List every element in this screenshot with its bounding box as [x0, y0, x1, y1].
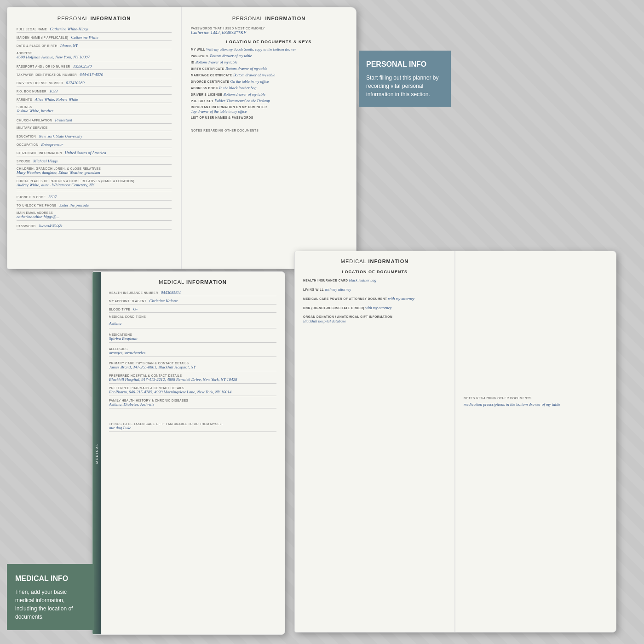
pharmacy-field: PREFERRED PHARMACY & CONTACT DETAILS Eco… — [109, 386, 276, 396]
family-health-value: Asthma, Diabetes, Arthritis — [109, 402, 276, 407]
address-value: 4598 Hoffman Avenue, New York, NY 10007 — [17, 55, 90, 59]
maiden-name-field: MAIDEN NAME (IF APPLICABLE) Catherine Wh… — [17, 35, 172, 41]
children-label: CHILDREN, GRANDCHILDREN, & CLOSE RELATIV… — [17, 167, 172, 170]
divorce-cert-doc: DIVORCE CERTIFICATE On the table in my o… — [191, 79, 347, 84]
dob-field: DATE & PLACE OF BIRTH Ithaca, NY — [17, 43, 172, 49]
church-label: CHURCH AFFILIATION — [17, 119, 52, 122]
spouse-value: Michael Higgs — [33, 159, 58, 163]
unlock-phone-value: Enter the pincode — [59, 203, 89, 207]
pobox-field: P.O. BOX NUMBER 1033 — [17, 89, 172, 95]
health-insurance-field: HEALTH INSURANCE NUMBER 04430858/4 — [109, 290, 276, 296]
notes-section-top: NOTES REGARDING OTHER DOCUMENTS — [191, 129, 347, 132]
email-value: catherine.white-higgs@... — [17, 214, 59, 219]
things-todo-field: THINGS TO BE TAKEN CARE OF IF I AM UNABL… — [109, 422, 276, 432]
address-book-value: In the black leather bag — [219, 86, 256, 90]
pobox-value: 1033 — [49, 89, 58, 93]
medical-left-inner: MEDICAL INFORMATION HEALTH INSURANCE NUM… — [101, 272, 285, 442]
pharmacy-value: EcoPharm, 646-215-4785, 4920 Morningview… — [109, 390, 276, 394]
education-label: EDUCATION — [17, 135, 36, 138]
address-label: ADDRESS — [17, 52, 172, 55]
blood-type-field: BLOOD TYPE O- — [109, 307, 276, 313]
power-attorney-value: with my attorney — [388, 296, 414, 301]
military-label: MILITARY SERVICE — [17, 126, 172, 129]
medications-value: Spiriva Respimat — [109, 336, 276, 341]
power-attorney-doc: MEDICAL CARE POWER OF ATTORNEY DOCUMENT … — [303, 296, 446, 301]
medical-right-left-title: MEDICAL INFORMATION — [303, 259, 446, 264]
citizenship-value: United States of America — [65, 150, 106, 155]
medical-left-book: MEDICAL MEDICAL INFORMATION HEALTH INSUR… — [92, 271, 285, 635]
id-doc: ID Bottom drawer of my table — [191, 60, 347, 64]
allergies-label: ALLERGIES — [109, 347, 276, 351]
primary-care-value: James Brand, 347-265-8801, Blackhill Hos… — [109, 365, 276, 369]
education-field: EDUCATION New York State University — [17, 134, 172, 140]
church-field: CHURCH AFFILIATION Protestant — [17, 118, 172, 124]
military-field: MILITARY SERVICE — [17, 126, 172, 131]
dl-field: DRIVER'S LICENSE NUMBER 017420389 — [17, 80, 172, 86]
computer-value: Top drawer of the table in my office — [191, 109, 347, 114]
agent-field: MY APPOINTED AGENT Christine Kalone — [109, 299, 276, 305]
pobox-key-doc: P.O. BOX KEY Folder 'Documents' on the D… — [191, 98, 347, 103]
burial-label: BURIAL PLACES OF PARENTS & CLOSE RELATIV… — [17, 179, 172, 183]
phone-pin-label: PHONE PIN CODE — [17, 196, 46, 199]
password-label: PASSWORD — [17, 224, 35, 228]
health-ins-label: HEALTH INSURANCE NUMBER — [109, 291, 158, 294]
password-field: PASSWORD Juewa4!#%f& — [17, 224, 172, 230]
medical-info-box-text: Then, add your basic medical information… — [15, 588, 86, 621]
primary-care-field: PRIMARY CARE PHYSICIAN & CONTACT DETAILS… — [109, 362, 276, 371]
occupation-label: OCCUPATION — [17, 143, 38, 146]
children-value: Mary Weather, daughter, Ethan Weather, g… — [17, 170, 100, 175]
church-value: Protestant — [55, 118, 72, 122]
hospital-value: Blackhill Hospital, 917-413-2212, 4898 R… — [109, 377, 276, 382]
conditions-label: MEDICAL CONDITIONS — [109, 315, 276, 318]
family-health-field: FAMILY HEALTH HISTORY & CHRONIC DISEASES… — [109, 399, 276, 408]
siblings-field: SIBLINGS Joshua White, brother — [17, 105, 172, 115]
agent-value: Christine Kalone — [149, 299, 178, 303]
email-field: MAIN EMAIL ADDRESS catherine.white-higgs… — [17, 211, 172, 221]
address-field: ADDRESS 4598 Hoffman Avenue, New York, N… — [17, 52, 172, 61]
spouse-label: SPOUSE — [17, 160, 30, 163]
drivers-license-value: Bottom drawer of my table — [224, 92, 265, 97]
dnr-value: with my attorney — [365, 305, 391, 310]
hospital-label: PREFERRED HOSPITAL & CONTACT DETAILS — [109, 374, 276, 377]
medications-field: MEDICATIONS Spiriva Respimat — [109, 333, 276, 343]
parents-field: PARENTS Alice White, Robert White — [17, 97, 172, 103]
pharmacy-label: PREFERRED PHARMACY & CONTACT DETAILS — [109, 386, 276, 390]
occupation-field: OCCUPATION Entrepreneur — [17, 142, 172, 148]
birth-cert-doc: BIRTH CERTIFICATE Bottom drawer of my ta… — [191, 66, 347, 71]
unlock-phone-label: TO UNLOCK THE PHONE — [17, 204, 57, 207]
medications-label: MEDICATIONS — [109, 333, 276, 336]
personal-info-right-page: PERSONAL INFORMATION PASSWORDS THAT I US… — [182, 7, 356, 269]
drivers-license-doc: DRIVER'S LICENSE Bottom drawer of my tab… — [191, 92, 347, 97]
divorce-cert-value: On the table in my office — [230, 79, 269, 84]
taxpayer-value: 644-617-4570 — [80, 72, 103, 77]
taxpayer-field: TAXPAYER IDENTIFICATION NUMBER 644-617-4… — [17, 72, 172, 78]
taxpayer-label: TAXPAYER IDENTIFICATION NUMBER — [17, 73, 77, 76]
spouse-field: SPOUSE Michael Higgs — [17, 159, 172, 165]
notes-medical-label: NOTES REGARDING OTHER DOCUMENTS — [464, 397, 608, 400]
medical-right-right-page: NOTES REGARDING OTHER DOCUMENTS medicati… — [455, 251, 616, 632]
personal-info-box-title: PERSONAL INFO — [366, 59, 443, 70]
primary-care-label: PRIMARY CARE PHYSICIAN & CONTACT DETAILS — [109, 362, 276, 365]
dob-label: DATE & PLACE OF BIRTH — [17, 44, 58, 47]
unlock-phone-field: TO UNLOCK THE PHONE Enter the pincode — [17, 203, 172, 209]
living-will-doc: LIVING WILL with my attorney — [303, 287, 446, 292]
things-todo-value: our dog Luke — [109, 426, 276, 430]
medical-right-book: MEDICAL INFORMATION LOCATION OF DOCUMENT… — [294, 251, 616, 632]
medical-right-left-page: MEDICAL INFORMATION LOCATION OF DOCUMENT… — [295, 251, 455, 632]
living-will-value: with my attorney — [325, 287, 351, 292]
passwords-label: PASSWORDS THAT I USED MOST COMMONLY — [191, 27, 347, 30]
pobox-key-value: Folder 'Documents' on the Desktop — [214, 98, 270, 103]
medical-left-content: MEDICAL INFORMATION HEALTH INSURANCE NUM… — [101, 272, 285, 634]
personal-info-box-text: Start filling out this planner by record… — [366, 74, 443, 98]
location-docs-medical-title: LOCATION OF DOCUMENTS — [303, 270, 446, 274]
notes-medical-section: NOTES REGARDING OTHER DOCUMENTS medicati… — [464, 397, 608, 407]
blood-type-label: BLOOD TYPE — [109, 308, 130, 311]
allergies-field: ALLERGIES oranges, strawberries — [109, 347, 276, 357]
passwords-value: Catherine 1442, 684034**KF — [191, 30, 347, 35]
children-field: CHILDREN, GRANDCHILDREN, & CLOSE RELATIV… — [17, 167, 172, 177]
full-name-field: FULL LEGAL NAME Catherine White-Higgs — [17, 27, 172, 33]
top-book: PERSONAL INFORMATION FULL LEGAL NAME Cat… — [7, 7, 356, 269]
dl-label: DRIVER'S LICENSE NUMBER — [17, 81, 63, 85]
usernames-doc: LIST OF USER NAMES & PASSWORDS — [191, 115, 347, 120]
full-name-value: Catherine White-Higgs — [50, 27, 88, 31]
